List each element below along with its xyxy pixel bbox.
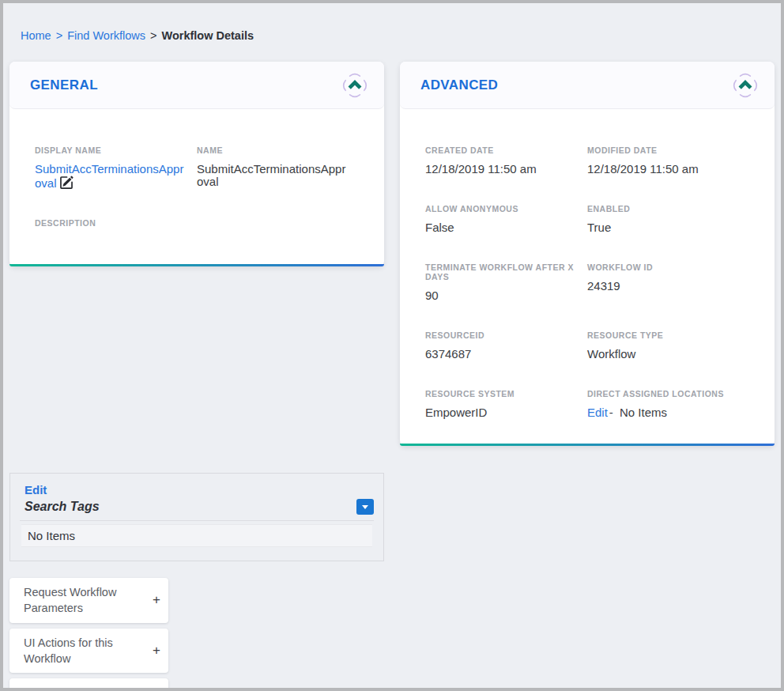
breadcrumb-link-home[interactable]: Home — [21, 29, 51, 42]
field-label: MODIFIED DATE — [587, 145, 738, 155]
field-label: RESOURCEID — [425, 330, 576, 340]
field-value: 12/18/2019 11:50 am — [587, 163, 738, 176]
field-value: True — [587, 221, 738, 234]
field-label: RESOURCE SYSTEM — [425, 389, 576, 398]
field-value: EmpowerID — [425, 406, 576, 419]
field-label: NAME — [197, 145, 348, 155]
general-card-body: DISPLAY NAME SubmitAccTerminationsApprov… — [9, 109, 384, 264]
general-card-header: GENERAL — [9, 62, 384, 109]
field-workflow-id: WORKFLOW ID 24319 — [587, 262, 749, 302]
search-tags-panel: Edit Search Tags No Items — [9, 473, 384, 561]
field-value: 90 — [425, 289, 576, 302]
search-tags-title: Search Tags — [24, 500, 100, 514]
field-value: False — [425, 221, 576, 234]
field-label: DESCRIPTION — [35, 218, 186, 228]
field-label: TERMINATE WORKFLOW AFTER X DAYS — [425, 262, 576, 281]
edit-icon[interactable] — [59, 176, 74, 190]
field-enabled: ENABLED True — [587, 204, 749, 234]
breadcrumb-separator: > — [56, 29, 62, 42]
advanced-card-body: CREATED DATE 12/18/2019 11:50 am MODIFIE… — [400, 109, 775, 447]
caret-down-icon — [362, 505, 368, 509]
chevron-up-icon — [339, 70, 371, 101]
advanced-collapse-toggle[interactable] — [729, 69, 762, 102]
field-resource-id: RESOURCEID 6374687 — [425, 330, 587, 361]
field-allow-anonymous: ALLOW ANONYMOUS False — [425, 204, 587, 234]
advanced-card-title: ADVANCED — [420, 77, 498, 93]
field-value: 6374687 — [425, 348, 576, 361]
field-label: ALLOW ANONYMOUS — [425, 204, 576, 213]
advanced-card-header: ADVANCED — [400, 62, 775, 109]
field-modified-date: MODIFIED DATE 12/18/2019 11:50 am — [587, 145, 749, 176]
tags-edit-link[interactable]: Edit — [24, 483, 47, 497]
field-description: DESCRIPTION — [35, 218, 197, 236]
field-value: No Items — [620, 406, 667, 419]
field-direct-assigned-locations: DIRECT ASSIGNED LOCATIONS Edit- No Items — [587, 389, 749, 419]
field-label: DISPLAY NAME — [35, 145, 186, 155]
field-created-date: CREATED DATE 12/18/2019 11:50 am — [425, 145, 587, 176]
breadcrumb-current-page: Workflow Details — [161, 29, 254, 42]
field-value: 24319 — [587, 280, 738, 293]
value-separator: - — [609, 406, 613, 419]
breadcrumb-separator: > — [150, 29, 156, 42]
display-name-link[interactable]: SubmitAccTerminationsApproval — [35, 162, 183, 190]
workflow-details-page: Home>Find Workflows>Workflow Details GEN… — [0, 0, 784, 691]
general-card: GENERAL DISPLAY NAME SubmitAccTerminatio… — [9, 62, 384, 266]
tags-empty-text: No Items — [28, 529, 75, 542]
field-value: SubmitAccTerminationsApproval — [197, 163, 348, 188]
field-label: CREATED DATE — [425, 145, 576, 155]
field-name: NAME SubmitAccTerminationsApproval — [197, 145, 359, 190]
plus-icon: + — [151, 592, 162, 608]
accordion-stack: Request Workflow Parameters + UI Actions… — [9, 578, 168, 691]
general-card-title: GENERAL — [30, 77, 98, 93]
accordion-request-workflow-parameters[interactable]: Request Workflow Parameters + — [9, 578, 168, 623]
field-terminate-days: TERMINATE WORKFLOW AFTER X DAYS 90 — [425, 262, 587, 302]
chevron-up-icon — [729, 70, 761, 101]
accordion-who-has-access[interactable]: Who Has Access + — [9, 678, 168, 691]
locations-edit-link[interactable]: Edit — [587, 406, 608, 419]
field-resource-system: RESOURCE SYSTEM EmpowerID — [425, 389, 587, 419]
field-display-name: DISPLAY NAME SubmitAccTerminationsApprov… — [35, 145, 197, 190]
tags-dropdown-button[interactable] — [356, 499, 374, 515]
accordion-ui-actions[interactable]: UI Actions for this Workflow + — [9, 629, 168, 674]
tags-empty-row: No Items — [21, 524, 372, 547]
field-resource-type: RESOURCE TYPE Workflow — [587, 330, 749, 361]
breadcrumb-link-find-workflows[interactable]: Find Workflows — [67, 29, 145, 42]
field-label: RESOURCE TYPE — [587, 330, 738, 340]
plus-icon: + — [151, 643, 162, 659]
accordion-label: UI Actions for this Workflow — [24, 635, 151, 667]
field-value: Workflow — [587, 348, 738, 361]
advanced-card: ADVANCED CREATED DATE 12/18/2019 11:50 a… — [400, 62, 775, 446]
field-value: 12/18/2019 11:50 am — [425, 163, 576, 176]
field-label: DIRECT ASSIGNED LOCATIONS — [587, 389, 738, 398]
general-collapse-toggle[interactable] — [338, 69, 371, 102]
field-label: WORKFLOW ID — [587, 262, 738, 272]
accordion-label: Request Workflow Parameters — [24, 584, 151, 617]
field-label: ENABLED — [587, 204, 738, 213]
breadcrumb: Home>Find Workflows>Workflow Details — [21, 29, 254, 42]
